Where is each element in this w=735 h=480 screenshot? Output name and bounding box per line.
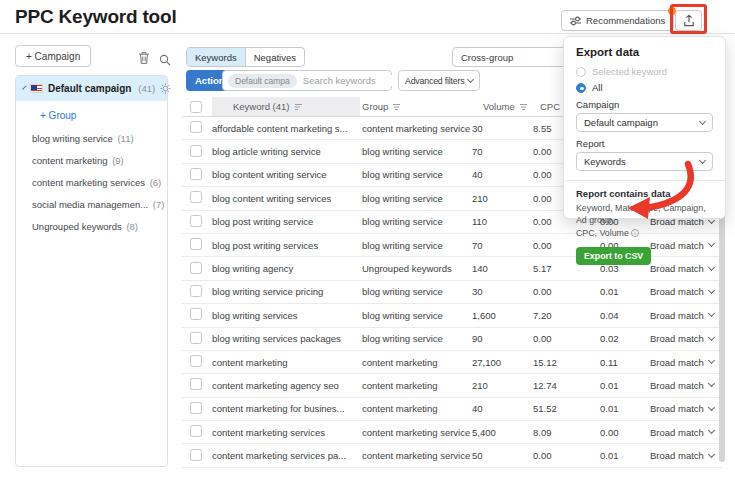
table-row: content marketing services pa... content… xyxy=(182,444,722,467)
keyword-cell[interactable]: blog post writing services xyxy=(212,240,360,251)
keyword-cell[interactable]: content marketing agency seo xyxy=(212,380,360,391)
report-select[interactable]: Keywords xyxy=(576,152,713,171)
advanced-filters-button[interactable]: Advanced filters xyxy=(398,70,480,91)
match-type-dropdown[interactable]: Broad match xyxy=(644,310,722,321)
row-checkbox[interactable] xyxy=(190,145,202,157)
sidebar-group-item[interactable]: blog writing service (11) xyxy=(32,133,167,145)
cpc-cell: 0.00 xyxy=(532,286,590,297)
cpc-cell: 0.00 xyxy=(532,333,590,344)
row-checkbox[interactable] xyxy=(190,355,202,367)
group-list: blog writing service (11) content market… xyxy=(32,133,167,233)
keyword-cell[interactable]: blog article writing service xyxy=(212,146,360,157)
group-cell: Ungrouped keywords xyxy=(360,263,470,274)
select-all-checkbox[interactable] xyxy=(190,101,202,113)
keyword-cell[interactable]: blog writing agency xyxy=(212,263,360,274)
row-checkbox[interactable] xyxy=(190,449,202,461)
recommendations-button[interactable]: Recommendations xyxy=(561,10,674,31)
keyword-cell[interactable]: content marketing for busines... xyxy=(212,403,360,414)
match-type-dropdown[interactable]: Broad match xyxy=(644,286,722,297)
trash-icon[interactable] xyxy=(138,51,150,69)
row-checkbox[interactable] xyxy=(190,215,202,227)
keyword-search-box[interactable]: Default campa xyxy=(222,70,392,91)
volume-cell: 210 xyxy=(470,193,532,204)
sidebar-group-item[interactable]: Ungrouped keywords (8) xyxy=(32,221,167,233)
column-header-volume[interactable]: Volume xyxy=(470,97,532,116)
match-type-dropdown[interactable]: Broad match xyxy=(644,333,722,344)
chevron-down-icon[interactable] xyxy=(22,85,26,89)
competition-cell: 0.01 xyxy=(590,286,644,297)
us-flag-icon xyxy=(30,84,43,93)
volume-cell: 50 xyxy=(470,450,532,461)
keyword-cell[interactable]: blog writing service pricing xyxy=(212,286,360,297)
group-cell: blog writing service xyxy=(360,216,470,227)
tab-keywords[interactable]: Keywords xyxy=(187,48,245,66)
search-icon[interactable] xyxy=(159,52,171,70)
row-checkbox[interactable] xyxy=(190,308,202,320)
keyword-cell[interactable]: content marketing services xyxy=(212,427,360,438)
competition-cell: 0.01 xyxy=(590,450,644,461)
row-checkbox[interactable] xyxy=(190,262,202,274)
radio-all[interactable] xyxy=(576,83,586,93)
competition-cell: 0.00 xyxy=(590,427,644,438)
keyword-cell[interactable]: blog post writing service xyxy=(212,216,360,227)
cpc-cell: 51.52 xyxy=(532,403,590,414)
row-checkbox[interactable] xyxy=(190,285,202,297)
volume-cell: 5,400 xyxy=(470,427,532,438)
campaign-select[interactable]: Default campaign xyxy=(576,113,713,132)
keyword-cell[interactable]: blog writing services packages xyxy=(212,333,360,344)
column-header-keyword[interactable]: Keyword (41) xyxy=(212,97,360,116)
add-campaign-button[interactable]: + Campaign xyxy=(15,45,91,67)
keyword-cell[interactable]: blog content writing service xyxy=(212,169,360,180)
add-group-link[interactable]: + Group xyxy=(40,110,167,121)
table-row: blog writing services blog writing servi… xyxy=(182,304,722,327)
tab-negatives[interactable]: Negatives xyxy=(245,48,304,66)
match-type-dropdown[interactable]: Broad match xyxy=(644,380,722,391)
match-type-dropdown[interactable]: Broad match xyxy=(644,427,722,438)
info-icon[interactable]: i xyxy=(631,229,639,237)
group-cell: content marketing services xyxy=(360,427,470,438)
chevron-down-icon xyxy=(708,427,715,434)
competition-cell: 0.01 xyxy=(590,403,644,414)
row-checkbox[interactable] xyxy=(190,238,202,250)
sidebar-group-item[interactable]: content marketing services (6) xyxy=(32,177,167,189)
gear-icon[interactable] xyxy=(160,80,171,98)
group-cell: content marketing xyxy=(360,357,470,368)
table-row: content marketing for busines... content… xyxy=(182,398,722,421)
row-checkbox[interactable] xyxy=(190,402,202,414)
row-checkbox[interactable] xyxy=(190,121,202,133)
radio-selected-keyword[interactable] xyxy=(576,67,586,77)
row-checkbox[interactable] xyxy=(190,191,202,203)
chevron-down-icon xyxy=(699,117,706,124)
export-to-csv-button[interactable]: Export to CSV xyxy=(576,247,651,265)
report-contains-title: Report contains data xyxy=(576,188,713,199)
keywords-negatives-tabs: Keywords Negatives xyxy=(186,47,305,67)
keyword-cell[interactable]: blog content writing services xyxy=(212,193,360,204)
recommendations-label: Recommendations xyxy=(586,15,665,26)
match-type-dropdown[interactable]: Broad match xyxy=(644,450,722,461)
sidebar-group-item[interactable]: content marketing (9) xyxy=(32,155,167,167)
keyword-cell[interactable]: content marketing xyxy=(212,357,360,368)
search-input[interactable] xyxy=(303,75,393,86)
row-checkbox[interactable] xyxy=(190,168,202,180)
campaign-filter-chip[interactable]: Default campa xyxy=(228,74,297,88)
cross-group-button[interactable]: Cross-group xyxy=(452,47,568,67)
group-cell: blog writing service xyxy=(360,146,470,157)
volume-cell: 210 xyxy=(470,380,532,391)
row-checkbox[interactable] xyxy=(190,425,202,437)
group-cell: content marketing xyxy=(360,403,470,414)
keyword-cell[interactable]: affordable content marketing s... xyxy=(212,123,360,134)
page-title: PPC Keyword tool xyxy=(15,6,176,28)
sidebar-group-item[interactable]: social media managemen... (7) xyxy=(32,199,167,211)
match-type-dropdown[interactable]: Broad match xyxy=(644,357,722,368)
keyword-cell[interactable]: blog writing services xyxy=(212,310,360,321)
group-cell: blog writing service xyxy=(360,333,470,344)
keyword-cell[interactable]: content marketing services pa... xyxy=(212,450,360,461)
row-checkbox[interactable] xyxy=(190,378,202,390)
chevron-down-icon xyxy=(708,334,715,341)
row-checkbox[interactable] xyxy=(190,332,202,344)
sidebar-item-default-campaign[interactable]: Default campaign (41) xyxy=(16,76,167,101)
header-divider xyxy=(0,33,735,34)
annotation-highlight-box xyxy=(670,4,707,34)
column-header-group[interactable]: Group xyxy=(360,97,470,116)
match-type-dropdown[interactable]: Broad match xyxy=(644,403,722,414)
